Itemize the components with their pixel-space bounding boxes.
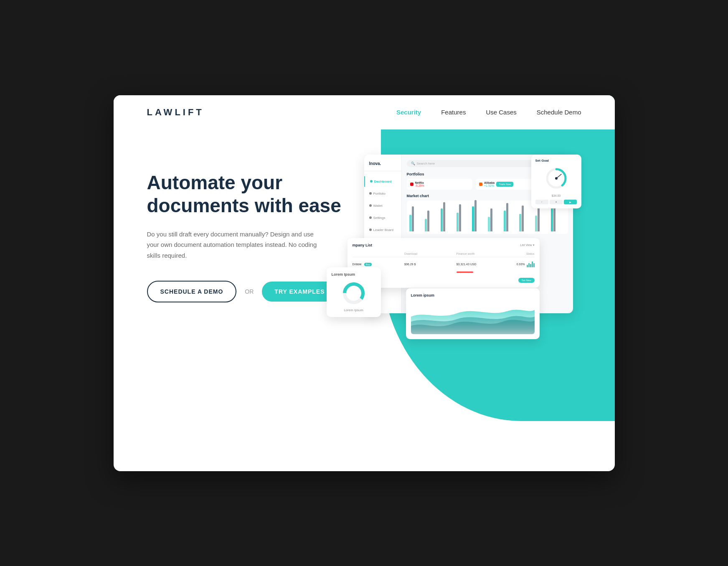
bar (490, 208, 492, 231)
nav-links: Security Features Use Cases Schedule Dem… (396, 109, 581, 116)
bar (535, 216, 537, 231)
cta-row: SCHEDULE A DEMO OR TRY EXAMPLES (147, 281, 348, 302)
svg-point-3 (555, 177, 558, 180)
buy-badge: Buy (364, 263, 372, 266)
nav-item-security[interactable]: Security (396, 109, 421, 116)
bar-group-3 (441, 202, 455, 231)
goal-value: $34.00 (535, 194, 577, 197)
app-logo: Inova. (364, 161, 401, 171)
hero-title: Automate your documents with ease (147, 171, 348, 217)
lorem-chart-card: Lorem ipsum (406, 288, 540, 339)
chevron-down-icon: ▾ (533, 244, 535, 247)
bar-group-5 (472, 200, 487, 231)
bar (425, 219, 427, 231)
bar-group-4 (457, 204, 471, 231)
chart-title: Market chart (407, 194, 429, 198)
bar (441, 208, 443, 231)
try-examples-button[interactable]: TRY EXAMPLES (262, 282, 337, 302)
spark-bar (530, 264, 531, 267)
left-panel: Automate your documents with ease Do you… (147, 155, 348, 303)
bar-group-7 (504, 203, 518, 231)
navbar: LAWLIFT Security Features Use Cases Sche… (114, 95, 615, 129)
dash-nav-portfolio[interactable]: Portfolio (364, 188, 401, 199)
logo: LAWLIFT (147, 107, 204, 118)
bar (412, 206, 414, 231)
company-list-header: mpany List List View ▾ (353, 243, 535, 247)
dashboard-search[interactable]: 🔍 Search here (407, 160, 538, 167)
goal-btn-row: - + ▶ (535, 200, 577, 204)
bar-group-9 (535, 207, 550, 231)
lorem-chart-title: Lorem ipsum (411, 293, 535, 297)
nav-dot-dashboard (370, 180, 373, 183)
nav-link-demo[interactable]: Schedule Demo (537, 109, 581, 116)
netflix-info: Netflix -5.25% (415, 181, 424, 187)
nav-item-usecases[interactable]: Use Cases (486, 109, 516, 116)
screen-wrapper: LAWLIFT Security Features Use Cases Sche… (114, 95, 615, 471)
set-new-button[interactable]: Set New (518, 278, 535, 283)
alibaba-info: Alibaba +1.52% (484, 181, 495, 187)
goal-title: Set Goal (535, 159, 577, 162)
schedule-demo-button[interactable]: SCHEDULE A DEMO (147, 281, 237, 302)
gauge-container (544, 166, 569, 191)
bar (538, 207, 540, 231)
bar (488, 217, 490, 231)
area-chart-svg (411, 301, 535, 334)
company-table-header: Download Finance worth Status (353, 251, 535, 257)
right-panel: Inova. Dashboard Portfolio Wallet (339, 155, 581, 372)
company-list-title: mpany List (353, 243, 520, 247)
bar (472, 206, 474, 231)
bar (506, 203, 508, 231)
bar (443, 202, 445, 231)
goal-plus-button[interactable]: + (550, 200, 563, 204)
spark-bar (532, 261, 533, 267)
netflix-dot (410, 183, 413, 186)
bar (519, 214, 521, 231)
bar-group-2 (425, 211, 439, 231)
set-goal-card: Set Goal $34.00 - + ▶ (531, 155, 581, 208)
hero-description: Do you still draft every document manual… (147, 229, 322, 261)
bar (409, 215, 411, 231)
bar (522, 206, 524, 231)
nav-item-demo[interactable]: Schedule Demo (537, 109, 581, 116)
bar (457, 213, 459, 231)
list-view-toggle[interactable]: List View ▾ (520, 244, 535, 247)
bar-group-1 (409, 206, 424, 231)
trade-now-button[interactable]: Trade Now (496, 182, 513, 187)
lorem-small-card: Lorem Ipsum Lorem Ipsum (327, 267, 381, 317)
lorem-small-title: Lorem Ipsum (332, 272, 376, 277)
nav-link-security[interactable]: Security (396, 109, 421, 116)
spark-bar (527, 265, 528, 267)
alibaba-dot (479, 183, 482, 186)
nav-link-features[interactable]: Features (441, 109, 466, 116)
portfolio-netflix: Netflix -5.25% (407, 179, 472, 190)
nav-dot-settings (369, 216, 372, 219)
dash-nav-wallet[interactable]: Wallet (364, 201, 401, 211)
dash-nav-leaderboard[interactable]: Leader Board (364, 225, 401, 235)
nav-link-usecases[interactable]: Use Cases (486, 109, 516, 116)
nav-dot-leaderboard (369, 228, 372, 231)
donut-svg (341, 281, 366, 306)
bar-group-8 (519, 206, 534, 231)
dash-nav-dashboard[interactable]: Dashboard (364, 176, 401, 187)
main-content: Automate your documents with ease Do you… (114, 129, 615, 372)
nav-dot-portfolio (369, 192, 372, 195)
progress-bar (457, 272, 473, 273)
spark-bar (533, 263, 535, 267)
goal-set-button[interactable]: ▶ (564, 200, 577, 204)
dash-nav-settings[interactable]: Settings (364, 213, 401, 223)
sparkline (527, 261, 535, 267)
goal-minus-button[interactable]: - (535, 200, 548, 204)
gauge-svg (544, 166, 569, 191)
bar-group-6 (488, 208, 502, 231)
bar (427, 211, 429, 231)
area-chart (411, 301, 535, 334)
nav-dot-wallet (369, 204, 372, 207)
bar (459, 204, 461, 231)
company-row-dribble: Dribble Buy $96.29 $ $3,321.43 USD 0.93% (353, 260, 535, 269)
nav-item-features[interactable]: Features (441, 109, 466, 116)
bar (474, 200, 477, 231)
search-icon: 🔍 (411, 162, 415, 165)
or-divider: OR (245, 288, 254, 295)
bar (504, 211, 506, 231)
lorem-small-label: Lorem Ipsum (332, 308, 376, 312)
